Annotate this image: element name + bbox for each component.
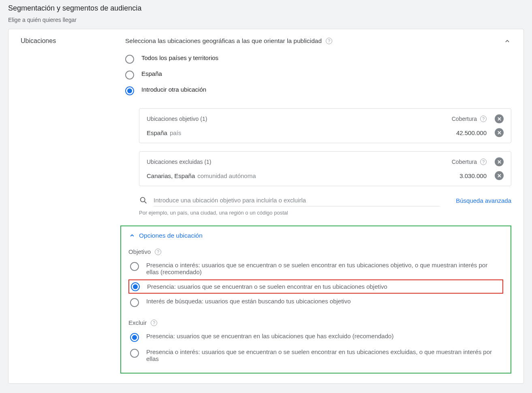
search-example-text: Por ejemplo, un país, una ciudad, una re…	[139, 210, 511, 216]
radio-all-countries[interactable]: Todos los países y territorios	[125, 51, 511, 67]
excluded-locations-box: Ubicaciones excluidas (1) Cobertura ? ✕ …	[139, 151, 511, 186]
collapse-toggle[interactable]	[503, 37, 511, 45]
target-location-row: España país 42.500.000 ✕	[147, 128, 504, 137]
excluded-box-title: Ubicaciones excluidas (1)	[147, 159, 452, 165]
radio-label: Presencia o interés: usuarios que se enc…	[146, 348, 502, 362]
target-radio-search-interest[interactable]: Interés de búsqueda: usuarios que están …	[128, 294, 503, 310]
location-options-panel: Opciones de ubicación Objetivo ? Presenc…	[120, 225, 511, 374]
exclude-radio-presence-interest[interactable]: Presencia o interés: usuarios que se enc…	[128, 345, 503, 365]
chevron-up-icon	[503, 37, 511, 45]
location-search-row: Búsqueda avanzada	[139, 194, 511, 206]
remove-location-button[interactable]: ✕	[495, 128, 504, 137]
target-radio-presence-interest[interactable]: Presencia o interés: usuarios que se enc…	[128, 258, 503, 279]
location-reach: 3.030.000	[459, 172, 487, 179]
remove-all-excluded-button[interactable]: ✕	[495, 157, 504, 166]
svg-line-1	[145, 202, 147, 204]
target-locations-box: Ubicaciones objetivo (1) Cobertura ? ✕ E…	[139, 108, 511, 143]
remove-location-button[interactable]: ✕	[495, 171, 504, 180]
section-title-ubicaciones: Ubicaciones	[21, 37, 125, 45]
help-icon[interactable]: ?	[155, 249, 161, 255]
page-subtitle: Elige a quién quieres llegar	[8, 17, 524, 23]
radio-other-location[interactable]: Introducir otra ubicación	[125, 83, 511, 99]
location-search-input[interactable]	[154, 194, 440, 206]
advanced-search-link[interactable]: Búsqueda avanzada	[456, 197, 511, 204]
radio-indicator	[131, 282, 140, 291]
radio-label: Presencia: usuarios que se encuentran en…	[146, 333, 393, 339]
help-icon[interactable]: ?	[480, 159, 487, 165]
radio-indicator	[130, 349, 139, 358]
radio-indicator	[130, 262, 139, 271]
radio-indicator	[130, 333, 139, 342]
radio-label: España	[141, 70, 162, 77]
radio-indicator	[125, 86, 134, 95]
locations-card: Ubicaciones Selecciona las ubicaciones g…	[8, 29, 524, 384]
help-icon[interactable]: ?	[326, 38, 332, 44]
target-box-title: Ubicaciones objetivo (1)	[147, 116, 452, 122]
radio-label: Presencia o interés: usuarios que se enc…	[146, 262, 502, 275]
location-reach: 42.500.000	[456, 129, 487, 136]
location-options-toggle[interactable]: Opciones de ubicación	[128, 232, 503, 239]
target-radio-presence[interactable]: Presencia: usuarios que se encuentran o …	[128, 279, 503, 294]
location-name: Canarias, España	[147, 172, 195, 179]
radio-label: Introducir otra ubicación	[141, 86, 206, 93]
page-header: Segmentación y segmentos de audiencia El…	[0, 0, 532, 29]
radio-indicator	[125, 55, 134, 64]
radio-label: Presencia: usuarios que se encuentran o …	[147, 283, 387, 290]
coverage-label: Cobertura	[452, 116, 477, 122]
location-type: comunidad autónoma	[197, 172, 459, 179]
help-icon[interactable]: ?	[480, 116, 487, 122]
radio-label: Interés de búsqueda: usuarios que están …	[146, 298, 351, 305]
exclude-radio-presence[interactable]: Presencia: usuarios que se encuentran en…	[128, 329, 503, 345]
remove-all-target-button[interactable]: ✕	[495, 114, 504, 123]
locations-description: Selecciona las ubicaciones geográficas a…	[125, 37, 322, 45]
radio-indicator	[125, 71, 134, 79]
chevron-up-icon	[128, 232, 136, 239]
svg-point-0	[141, 198, 145, 202]
location-options-label: Opciones de ubicación	[139, 232, 203, 239]
radio-label: Todos los países y territorios	[141, 54, 218, 61]
page-title: Segmentación y segmentos de audiencia	[8, 4, 524, 13]
exclude-sublabel: Excluir	[128, 319, 147, 326]
radio-indicator	[130, 298, 139, 307]
radio-spain[interactable]: España	[125, 67, 511, 83]
search-icon	[139, 196, 148, 205]
location-name: España	[147, 129, 167, 136]
help-icon[interactable]: ?	[151, 320, 157, 326]
coverage-label: Cobertura	[452, 159, 477, 165]
location-type: país	[170, 129, 456, 136]
excluded-location-row: Canarias, España comunidad autónoma 3.03…	[147, 171, 504, 180]
location-scope-radios: Todos los países y territorios España In…	[125, 51, 511, 99]
target-sublabel: Objetivo	[128, 248, 151, 255]
